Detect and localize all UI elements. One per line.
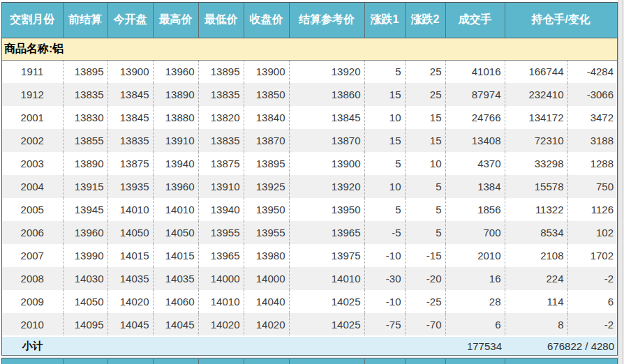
column-divider xyxy=(244,359,244,364)
column-divider xyxy=(505,359,505,364)
table-row[interactable]: 2003138901387513940138751389513900510437… xyxy=(2,152,617,175)
commodity-name-row: 商品名称:铝 xyxy=(2,38,617,60)
table-cell: 2007 xyxy=(2,244,63,267)
column-divider xyxy=(63,359,64,364)
scrollbar-track-line xyxy=(622,0,623,364)
table-row[interactable]: 2009140501402014060140101404014025-10-25… xyxy=(2,290,617,313)
table-row[interactable]: 2006139601405014050139551395513965-55700… xyxy=(2,221,617,244)
table-cell: 14020 xyxy=(244,313,289,336)
column-divider xyxy=(153,359,154,364)
table-cell: 14045 xyxy=(153,313,198,336)
table-cell: 13960 xyxy=(153,175,198,198)
table-cell: 14020 xyxy=(107,290,153,313)
table-body: 1911138951390013960138951390013920525410… xyxy=(2,60,617,336)
column-divider xyxy=(289,359,290,364)
table-cell: 14050 xyxy=(153,221,198,244)
table-row[interactable]: 2008140301403514035140001400014010-30-20… xyxy=(2,267,617,290)
table-cell: 2009 xyxy=(2,290,63,313)
col-header-settlement-ref: 结算参考价 xyxy=(289,3,364,38)
table-cell: 13408 xyxy=(445,129,505,152)
table-cell: 14020 xyxy=(198,313,244,336)
table-cell: -5 xyxy=(364,221,405,244)
table-cell: 13980 xyxy=(244,244,289,267)
table-cell: 14010 xyxy=(107,198,153,221)
table-cell: 2002 xyxy=(2,129,63,152)
table-cell: 5 xyxy=(364,198,405,221)
table-cell: 13850 xyxy=(244,83,289,106)
table-cell: 750 xyxy=(567,175,617,198)
table-row[interactable]: 2001138301384513880138201384013845101524… xyxy=(2,106,617,129)
table-row[interactable]: 2004139151393513960139101392513920105138… xyxy=(2,175,617,198)
table-cell: 14040 xyxy=(244,290,289,313)
col-header-high: 最高价 xyxy=(153,3,198,38)
table-cell: 15 xyxy=(364,129,405,152)
table-cell: 13965 xyxy=(198,244,244,267)
table-cell: 15 xyxy=(405,106,445,129)
table-cell: 13870 xyxy=(289,129,364,152)
table-cell: 114 xyxy=(505,290,567,313)
table-cell: 8534 xyxy=(505,221,567,244)
table-cell: -2 xyxy=(567,313,617,336)
table-cell: 13835 xyxy=(198,129,244,152)
table-cell: 2005 xyxy=(2,198,63,221)
column-divider xyxy=(198,359,199,364)
table-cell: 13935 xyxy=(107,175,153,198)
table-cell: 14025 xyxy=(289,313,364,336)
table-cell: 14050 xyxy=(63,290,107,313)
table-cell: 5 xyxy=(405,221,445,244)
table-cell: 224 xyxy=(505,267,567,290)
table-cell: 3188 xyxy=(567,129,617,152)
scrollbar-track[interactable] xyxy=(618,0,624,364)
table-cell: -70 xyxy=(405,313,445,336)
table-row[interactable]: 2007139901401514015139651398013975-10-15… xyxy=(2,244,617,267)
table-cell: 6 xyxy=(445,313,505,336)
table-cell: 25 xyxy=(405,60,445,83)
table-cell: 2003 xyxy=(2,152,63,175)
table-row[interactable]: 2002138551383513910138351387013870151513… xyxy=(2,129,617,152)
table-header: 交割月份 前结算 今开盘 最高价 最低价 收盘价 结算参考价 涨跌1 涨跌2 成… xyxy=(2,3,617,38)
table-cell: 13890 xyxy=(153,83,198,106)
table-row[interactable]: 2005139451401014010139401395013950551856… xyxy=(2,198,617,221)
table-cell: 13900 xyxy=(107,60,153,83)
table-row[interactable]: 1911138951390013960138951390013920525410… xyxy=(2,60,617,83)
table-cell: 11322 xyxy=(505,198,567,221)
table-cell: 13860 xyxy=(289,83,364,106)
table-cell: 1288 xyxy=(567,152,617,175)
table-cell: 6 xyxy=(567,290,617,313)
column-divider xyxy=(405,359,406,364)
table-cell: 10 xyxy=(364,175,405,198)
column-divider xyxy=(107,359,108,364)
table-cell: 134172 xyxy=(505,106,567,129)
table-row[interactable]: 1912138351384513890138351385013860152587… xyxy=(2,83,617,106)
table-cell: 2001 xyxy=(2,106,63,129)
table-cell: 13835 xyxy=(107,129,153,152)
table-cell: 14010 xyxy=(198,290,244,313)
table-cell: 14050 xyxy=(107,221,153,244)
table-cell: -30 xyxy=(364,267,405,290)
table-cell: 2006 xyxy=(2,221,63,244)
table-cell: 41016 xyxy=(445,60,505,83)
table-cell: -75 xyxy=(364,313,405,336)
table-cell: 15 xyxy=(364,83,405,106)
table-cell: 13880 xyxy=(153,106,198,129)
table-cell: 700 xyxy=(445,221,505,244)
table-cell: 14010 xyxy=(153,198,198,221)
table-cell: 13875 xyxy=(107,152,153,175)
table-cell: 13925 xyxy=(244,175,289,198)
table-cell: 13940 xyxy=(198,198,244,221)
col-header-change2: 涨跌2 xyxy=(405,3,445,38)
table-cell: 4370 xyxy=(445,152,505,175)
table-cell: 13975 xyxy=(289,244,364,267)
table-cell: 166744 xyxy=(505,60,567,83)
table-cell: 13915 xyxy=(63,175,107,198)
table-row[interactable]: 2010140951404514045140201402014025-75-70… xyxy=(2,313,617,336)
table-cell: 2010 xyxy=(445,244,505,267)
table-cell: -20 xyxy=(405,267,445,290)
table-cell: 13895 xyxy=(244,152,289,175)
subtotal-row: 小计 177534 676822 / 4280 xyxy=(2,336,617,355)
table-cell: 14060 xyxy=(153,290,198,313)
quotes-table: 交割月份 前结算 今开盘 最高价 最低价 收盘价 结算参考价 涨跌1 涨跌2 成… xyxy=(2,3,617,355)
table-cell: 1856 xyxy=(445,198,505,221)
table-cell: 5 xyxy=(405,198,445,221)
table-cell: 13950 xyxy=(289,198,364,221)
